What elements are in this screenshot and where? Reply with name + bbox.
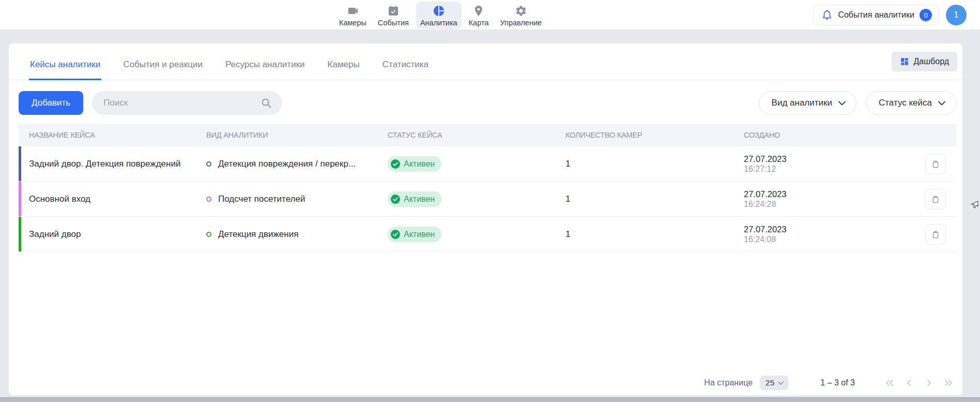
gear-icon [515, 5, 527, 17]
nav-label: Камеры [339, 19, 366, 27]
cameras-count: 1 [565, 229, 744, 240]
dashboard-grid-icon [900, 57, 909, 66]
created-date: 27.07.2023 [744, 154, 915, 164]
trash-icon [930, 159, 941, 169]
analytics-type-filter[interactable]: Вид аналитики [759, 91, 856, 115]
table-row[interactable]: Задний двор. Детекция повреждений Детекц… [19, 146, 956, 182]
col-case-status: СТАТУС КЕЙСА [388, 131, 565, 139]
status-label: Активен [404, 159, 435, 169]
tabs-row: Кейсы аналитики События и реакции Ресурс… [9, 43, 962, 80]
tab-analytics-cases[interactable]: Кейсы аналитики [29, 59, 101, 80]
map-pin-icon [472, 5, 485, 17]
created-time: 16:24:28 [744, 199, 915, 210]
chevron-down-icon [938, 101, 945, 106]
user-avatar[interactable]: 1 [946, 5, 967, 25]
status-label: Активен [404, 230, 435, 239]
search-box [92, 91, 282, 115]
analytics-type-filter-label: Вид аналитики [772, 98, 832, 108]
status-badge: Активен [388, 191, 441, 207]
pagination: На странице 25 1 – 3 of 3 [704, 376, 954, 390]
tab-statistics[interactable]: Статистика [381, 59, 430, 80]
nav-item-analytics[interactable]: Аналитика [416, 2, 462, 29]
analytics-events-button[interactable]: События аналитики 0 [813, 5, 939, 25]
delete-case-button[interactable] [925, 189, 946, 210]
chevron-right-icon [924, 378, 934, 388]
case-name: Основной вход [19, 194, 206, 204]
trash-icon [930, 194, 941, 204]
nav-label: События [378, 19, 409, 27]
table-row[interactable]: Основной вход Подсчет посетителей Активе… [19, 182, 956, 217]
col-analytics-type: ВИД АНАЛИТИКИ [206, 131, 388, 139]
dashboard-button[interactable]: Дашборд [892, 52, 958, 71]
nav-item-management[interactable]: Управление [496, 2, 546, 29]
search-input[interactable] [92, 91, 282, 115]
camera-icon [347, 5, 359, 17]
analytics-content-card: Кейсы аналитики События и реакции Ресурс… [9, 43, 962, 395]
bell-icon [821, 9, 833, 21]
status-badge: Активен [388, 156, 441, 172]
last-page-button[interactable] [943, 377, 954, 389]
analytics-type-dot [206, 232, 211, 237]
col-cameras-count: КОЛИЧЕСТВО КАМЕР [565, 131, 744, 139]
analytics-type-label: Подсчет посетителей [218, 194, 305, 204]
nav-item-cameras[interactable]: Камеры [335, 2, 371, 29]
analytics-type-label: Детекция повреждения / перекр... [218, 159, 356, 169]
delete-case-button[interactable] [925, 154, 946, 174]
main-nav: Камеры События Аналитика Карта Управлени… [335, 2, 546, 29]
bottom-strip [0, 397, 980, 402]
created-time: 16:27:12 [744, 164, 915, 174]
first-page-button[interactable] [884, 377, 895, 389]
prev-page-button[interactable] [904, 377, 915, 389]
table-row[interactable]: Задний двор Детекция движения Активен 1 … [19, 217, 956, 252]
check-circle-icon [391, 195, 400, 204]
delete-case-button[interactable] [925, 224, 946, 245]
nav-label: Карта [469, 19, 489, 27]
analytics-events-label: События аналитики [838, 10, 914, 20]
check-circle-icon [391, 159, 400, 169]
double-chevron-left-icon [884, 378, 895, 388]
case-status-filter[interactable]: Статус кейса [866, 91, 956, 115]
per-page-label: На странице [704, 378, 753, 388]
events-calendar-icon [387, 5, 400, 17]
nav-label: Аналитика [420, 19, 457, 27]
chevron-down-icon [778, 381, 784, 385]
tab-events-reactions[interactable]: События и реакции [122, 59, 204, 80]
add-button[interactable]: Добавить [19, 91, 83, 115]
col-created: СОЗДАНО [744, 131, 915, 139]
created-time: 16:24:08 [744, 234, 915, 245]
created-date: 27.07.2023 [744, 189, 915, 199]
dashboard-button-label: Дашборд [914, 57, 950, 66]
toolbar: Добавить Вид аналитики Статус кейса [9, 80, 962, 115]
trash-icon [930, 229, 941, 240]
col-case-name: НАЗВАНИЕ КЕЙСА [19, 131, 206, 139]
per-page-value: 25 [765, 378, 774, 388]
analytics-type-dot [206, 161, 211, 167]
search-icon[interactable] [261, 97, 272, 109]
next-page-button[interactable] [923, 377, 935, 389]
row-accent-stripe [19, 217, 21, 251]
cameras-count: 1 [565, 194, 744, 204]
case-status-filter-label: Статус кейса [879, 98, 932, 108]
cases-table: НАЗВАНИЕ КЕЙСА ВИД АНАЛИТИКИ СТАТУС КЕЙС… [19, 124, 956, 252]
row-accent-stripe [19, 182, 21, 216]
pagination-range: 1 – 3 of 3 [820, 378, 855, 388]
nav-item-events[interactable]: События [374, 2, 413, 29]
tab-analytics-resources[interactable]: Ресурсы аналитики [224, 59, 306, 80]
analytics-type-label: Детекция движения [218, 229, 298, 240]
mouse-cursor [970, 199, 979, 209]
chevron-left-icon [904, 378, 914, 388]
table-header: НАЗВАНИЕ КЕЙСА ВИД АНАЛИТИКИ СТАТУС КЕЙС… [19, 124, 956, 146]
tab-cameras[interactable]: Камеры [327, 59, 361, 80]
created-date: 27.07.2023 [744, 224, 915, 234]
cameras-count: 1 [565, 159, 744, 169]
analytics-type-dot [206, 197, 211, 202]
nav-item-map[interactable]: Карта [465, 2, 493, 29]
analytics-pie-icon [433, 5, 445, 17]
case-name: Задний двор. Детекция повреждений [19, 159, 206, 169]
case-name: Задний двор [19, 229, 206, 240]
nav-label: Управление [500, 19, 542, 27]
per-page-select[interactable]: 25 [760, 376, 788, 390]
chevron-down-icon [838, 101, 846, 106]
double-chevron-right-icon [943, 378, 954, 388]
status-label: Активен [404, 195, 435, 204]
